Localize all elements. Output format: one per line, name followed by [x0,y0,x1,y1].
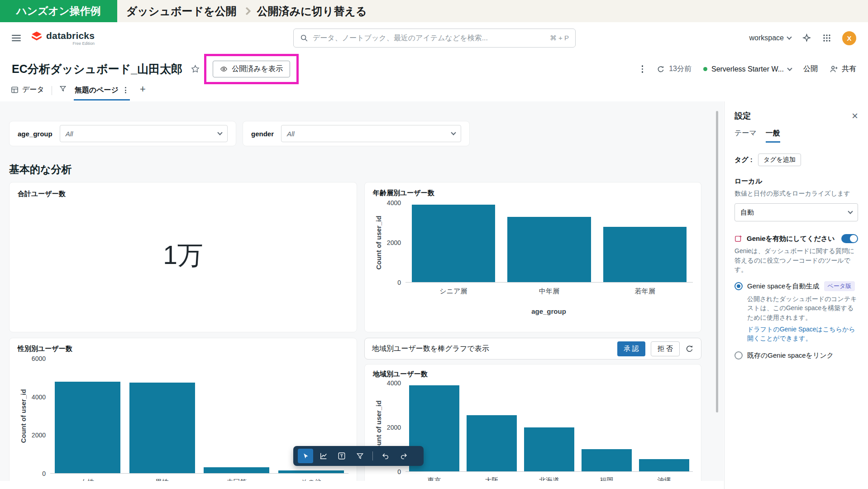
filter-tool-button[interactable] [59,84,67,92]
filter-label: gender [251,130,274,138]
bar [467,415,517,471]
x-category-label: 若年層 [603,287,687,296]
avatar[interactable]: X [842,31,856,45]
chevron-down-icon [451,130,456,135]
genie-suggestion-bar: 地域別ユーザー数を棒グラフで表示 承 認 拒 否 [364,338,701,360]
plot-area [405,383,693,472]
tab-general[interactable]: 一般 [766,129,780,143]
divider [372,451,373,460]
locale-select[interactable]: 自動 [734,203,858,221]
locale-title: ローカル [734,177,858,186]
add-text-button[interactable] [334,449,349,463]
filter-widget-gender: gender All [243,121,470,146]
counter-value: 1万 [10,238,357,273]
warehouse-status-dot [703,67,707,71]
chevron-down-icon [217,130,222,135]
counter-title: 合計ユーザー数 [18,190,348,198]
reject-button[interactable]: 拒 否 [651,341,680,356]
databricks-logo[interactable]: databricks Free Edition [31,31,95,46]
tags-label: タグ : [734,156,753,164]
bar [639,459,689,471]
filter-select-gender[interactable]: All [281,125,461,142]
genie-enable-title: Genieを有効にしてください [747,235,837,243]
tab-page-untitled[interactable]: 無題のページ [74,84,130,101]
genie-toggle[interactable] [841,234,858,243]
share-button[interactable]: 共有 [830,64,856,74]
draft-genie-space-link[interactable]: ドラフトのGenie Spaceはこちらから開くことができます。 [747,325,858,343]
chevron-down-icon [787,34,792,39]
regenerate-icon[interactable] [685,345,694,353]
chart-title: 地域別ユーザー数 [373,370,693,379]
radio-link-existing[interactable] [734,351,743,360]
add-page-button[interactable]: + [137,84,148,94]
y-axis-ticks: 400020000 [384,203,405,283]
warehouse-selector[interactable]: Serverless Starter W... [703,65,792,73]
radio-auto-generate[interactable] [734,282,743,290]
age-chart-widget[interactable]: 年齢層別ユーザー数 Count of user_id 400020000 シニア… [364,182,701,332]
x-category-label: 男性 [129,478,195,481]
section-title: 基本的な分析 [9,163,715,177]
radio-auto-generate-label: Genie spaceを自動生成 [747,282,820,291]
canvas-scrollbar[interactable] [716,111,718,412]
add-chart-button[interactable] [316,449,331,463]
search-shortcut: ⌘ + P [550,34,569,42]
overflow-menu-icon[interactable] [640,63,645,75]
chevron-right-icon [243,7,251,15]
databricks-logo-icon [31,31,43,43]
refresh-icon [657,65,665,73]
counter-widget[interactable]: 合計ユーザー数 1万 [9,182,357,332]
page-tab-menu-icon[interactable] [123,85,128,95]
redo-button[interactable] [396,449,411,463]
y-tick-label: 4000 [387,200,401,206]
bar [412,205,495,282]
filter-select-age-group[interactable]: All [60,125,228,142]
view-published-button[interactable]: 公開済みを表示 [213,61,290,77]
genie-description: Genieは、ダッシュボードに関する質問に答えるのに役立つノーコードのツールです… [734,246,858,274]
widgets-row-1: 合計ユーザー数 1万 年齢層別ユーザー数 Count of user_id 40… [9,182,715,332]
dashboard-canvas[interactable]: age_group All gender All 基本的な分析 合計ユーザー数 … [0,101,724,481]
tab-theme[interactable]: テーマ [734,129,757,143]
x-category-label: その他 [278,478,344,481]
locale-description: 数値と日付の形式をローカライズします [734,189,858,198]
y-axis-label: Count of user_id [375,216,382,269]
x-axis-title: age_group [373,307,693,315]
add-filter-button[interactable] [352,449,367,463]
filter-value: All [287,130,295,138]
chevron-down-icon [848,209,853,214]
x-category-label: シニア層 [412,287,495,296]
share-label: 共有 [842,64,856,74]
content-area: age_group All gender All 基本的な分析 合計ユーザー数 … [0,101,868,489]
filter-value: All [66,130,73,138]
apps-grid-icon[interactable] [822,34,831,43]
approve-button[interactable]: 承 認 [617,341,645,356]
bar [582,449,632,471]
publish-button[interactable]: 公開 [803,64,818,74]
y-tick-label: 0 [397,279,401,286]
refresh-control[interactable]: 13分前 [657,64,692,74]
chevron-down-icon [787,66,792,71]
close-icon[interactable]: × [852,110,858,121]
global-search-input[interactable]: データ、ノートブック、最近のアイテムなどを検索... ⌘ + P [293,29,576,48]
tab-data[interactable]: データ [11,84,44,95]
add-tag-button[interactable]: タグを追加 [758,153,801,166]
table-icon [11,86,19,94]
line-chart-icon [320,452,328,460]
auto-generate-description: 公開されたダッシュボードのコンテキストは、このGenie spaceを構築するた… [747,294,858,322]
assistant-sparkle-icon[interactable] [802,34,811,43]
x-category-label: 東京 [409,476,459,481]
bar [55,382,120,473]
x-category-label: 女性 [55,478,120,481]
workspace-switcher[interactable]: workspace [749,34,791,42]
select-tool-button[interactable] [298,449,313,463]
undo-button[interactable] [378,449,393,463]
x-category-label: 沖縄 [639,476,689,481]
edit-toolbar [293,446,424,466]
favorite-star-icon[interactable] [191,64,200,74]
eye-icon [220,65,228,73]
menu-icon[interactable] [12,35,21,41]
y-tick-label: 4000 [387,380,401,386]
brand-edition: Free Edition [73,41,95,46]
x-category-label: 未回答 [204,478,269,481]
funnel-icon [356,452,364,460]
page-tab-label: 無題のページ [75,86,119,95]
